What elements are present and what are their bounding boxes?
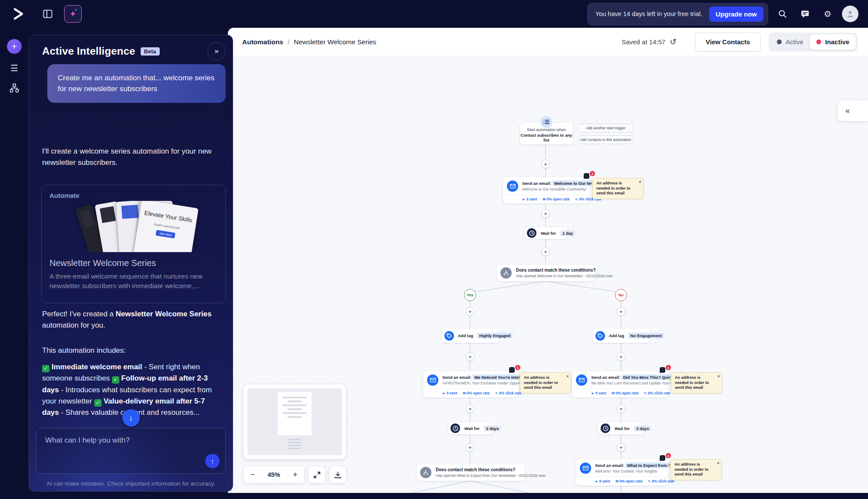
- alert-icon: [509, 367, 515, 373]
- add-step-button[interactable]: +: [466, 443, 474, 452]
- alert-icon: [584, 173, 589, 179]
- add-step-button[interactable]: +: [541, 209, 550, 218]
- check-icon: ✓: [94, 399, 102, 407]
- click-rate-icon: ↖: [575, 197, 578, 201]
- add-step-button[interactable]: +: [541, 247, 550, 256]
- condition-title: Does contact match these conditions?: [436, 467, 546, 472]
- add-tag-node-highly-engaged[interactable]: Add tag Highly Engaged: [442, 328, 499, 343]
- activecampaign-logo-icon[interactable]: [10, 5, 27, 23]
- start-node-caption: Start automation when: [520, 128, 573, 132]
- breadcrumb-separator: /: [288, 38, 289, 46]
- add-step-button[interactable]: +: [617, 404, 625, 413]
- search-icon[interactable]: [774, 6, 791, 22]
- add-start-trigger-button[interactable]: Add another start trigger: [578, 124, 633, 132]
- collapse-panel-button[interactable]: «: [838, 100, 868, 121]
- topbar: ✦ ✦ You have 14 days left in your free t…: [0, 0, 868, 28]
- add-contacts-button[interactable]: Add contacts to this automation: [578, 135, 633, 144]
- warning-badge[interactable]: 1: [660, 365, 671, 373]
- collapse-sidebar-button[interactable]: »: [207, 42, 226, 60]
- send-email-label: Send an email:: [591, 375, 620, 380]
- warning-badge[interactable]: 1: [660, 453, 671, 461]
- trial-banner: You have 14 days left in your free trial…: [587, 3, 768, 25]
- split-panel-icon[interactable]: [39, 5, 56, 23]
- add-step-button[interactable]: +: [617, 352, 625, 361]
- automation-template-card[interactable]: Automate Elevate Your Skills Expert Lear…: [41, 185, 226, 303]
- feedback-icon[interactable]: [797, 6, 813, 22]
- left-rail: + ☰: [0, 28, 29, 499]
- breadcrumb-automations[interactable]: Automations: [242, 38, 283, 46]
- create-new-button[interactable]: +: [7, 39, 22, 54]
- ai-assistant-panel: Active Intelligence Beta » Create me an …: [29, 35, 233, 492]
- saved-status: Saved at 14:57 ↺: [621, 37, 677, 47]
- flow-canvas[interactable]: Start automation when Contact subscribes…: [228, 56, 868, 493]
- wait-node-3days[interactable]: Wait for 3 days: [598, 422, 644, 434]
- close-icon[interactable]: ×: [717, 374, 720, 379]
- menu-icon[interactable]: ☰: [7, 61, 22, 76]
- wait-duration: 1 day: [560, 230, 575, 236]
- zoom-in-button[interactable]: +: [286, 466, 304, 483]
- upgrade-now-button[interactable]: Upgrade now: [709, 7, 763, 22]
- add-step-button[interactable]: +: [617, 443, 625, 452]
- add-step-button[interactable]: +: [466, 352, 474, 361]
- wait-node-2days[interactable]: Wait for 2 days: [448, 422, 493, 434]
- gear-icon[interactable]: ⚙: [819, 6, 836, 22]
- wait-node-1day[interactable]: Wait for 1 day: [524, 227, 568, 239]
- view-contacts-button[interactable]: View Contacts: [695, 33, 761, 52]
- add-tag-node-no-engagement[interactable]: Add tag No Engagement: [593, 328, 650, 343]
- click-rate-icon: ↖: [495, 391, 498, 395]
- add-step-button[interactable]: +: [541, 160, 550, 168]
- add-step-button[interactable]: +: [466, 404, 474, 413]
- add-step-button[interactable]: +: [617, 307, 625, 316]
- branch-icon: [500, 267, 512, 279]
- send-email-label: Send an email:: [442, 375, 471, 380]
- zoom-out-button[interactable]: −: [243, 466, 262, 483]
- assistant-message: I'll create a welcome series automation …: [42, 146, 221, 168]
- wait-label: Wait for: [615, 426, 630, 431]
- start-trigger-node[interactable]: Start automation when Contact subscribes…: [520, 123, 573, 144]
- ai-sparkle-button[interactable]: ✦ ✦: [64, 5, 82, 23]
- trial-text: You have 14 days left in your free trial…: [595, 10, 702, 17]
- email-node-miss-this[interactable]: Send an email: Did You Miss This? Quick …: [572, 371, 668, 397]
- open-rate-icon: ✉: [463, 391, 466, 395]
- close-icon[interactable]: ×: [717, 460, 720, 466]
- toggle-inactive[interactable]: Inactive: [810, 34, 856, 50]
- tag-value: No Engagement: [628, 333, 664, 338]
- email-node-welcome[interactable]: Send an email: Welcome to Our Newsletter…: [503, 177, 590, 204]
- warning-count: 1: [515, 365, 520, 370]
- send-message-button[interactable]: ↑: [205, 454, 220, 468]
- sent-icon: ►: [442, 391, 446, 395]
- warning-badge[interactable]: 1: [584, 171, 595, 179]
- minimap[interactable]: [243, 384, 346, 459]
- warning-tooltip: An address is needed in order to send th…: [592, 178, 644, 199]
- inactive-dot-icon: [816, 39, 821, 44]
- email-stats: ►0 sent ✉0% open rate ↖0% click rate: [572, 388, 668, 397]
- scroll-to-bottom-button[interactable]: ↓: [122, 409, 140, 427]
- beta-badge: Beta: [141, 47, 160, 56]
- automation-canvas: Automations / Newsletter Welcome Series …: [228, 28, 868, 493]
- click-rate-icon: ↖: [644, 391, 647, 395]
- history-icon[interactable]: ↺: [670, 37, 677, 47]
- automations-nav-icon[interactable]: [7, 81, 22, 95]
- condition-node-1[interactable]: Does contact match these conditions? Has…: [497, 265, 595, 281]
- avatar[interactable]: [842, 6, 858, 22]
- wait-duration: 2 days: [484, 426, 501, 431]
- close-icon[interactable]: ×: [566, 374, 569, 379]
- click-rate-icon: ↖: [648, 479, 651, 483]
- template-front-card: Elevate Your Skills Expert Learning Hub …: [131, 201, 199, 252]
- toggle-active[interactable]: Active: [770, 34, 810, 50]
- fit-to-screen-button[interactable]: [309, 466, 325, 483]
- add-step-button[interactable]: +: [466, 307, 474, 316]
- email-node-interested[interactable]: Send an email: We Noticed You're Interes…: [423, 371, 519, 397]
- minimap-viewport: [247, 388, 342, 455]
- close-icon[interactable]: ×: [639, 179, 641, 184]
- email-node-what-to-expect[interactable]: Send an email: What to Expect from Our N…: [576, 459, 668, 486]
- chat-input[interactable]: [36, 428, 225, 453]
- template-preview-image: Elevate Your Skills Expert Learning Hub …: [42, 201, 225, 252]
- warning-count: 1: [590, 171, 595, 176]
- send-email-label: Send an email:: [522, 181, 551, 186]
- download-button[interactable]: [329, 466, 346, 483]
- down-arrow-icon: ↓: [129, 414, 133, 422]
- warning-badge[interactable]: 1: [509, 365, 520, 373]
- sent-icon: ►: [595, 479, 598, 483]
- condition-node-2[interactable]: Does contact match these conditions? Has…: [417, 464, 525, 481]
